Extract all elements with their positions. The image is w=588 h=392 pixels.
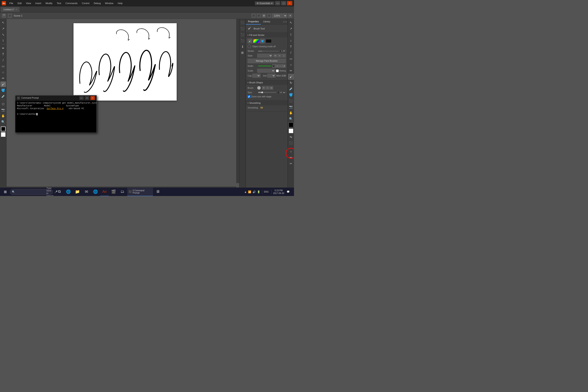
brush-tool[interactable]: 🖌 <box>0 82 6 87</box>
taskbar-app-chrome[interactable]: 🌐 <box>64 188 73 196</box>
menu-file[interactable]: File <box>8 1 15 5</box>
scale-select[interactable] <box>257 69 275 73</box>
stroke-slider[interactable] <box>258 51 279 52</box>
style-select[interactable] <box>257 54 272 58</box>
zoom-dropdown-icon[interactable]: ▾ <box>288 14 292 18</box>
far-right-stroke-color[interactable] <box>289 122 293 127</box>
grid-icon[interactable]: ⊞ <box>262 14 266 18</box>
notification-button[interactable]: 💬 <box>285 189 292 195</box>
close-button[interactable]: × <box>287 1 292 5</box>
tools-strip-btn2[interactable]: ⬛ <box>240 26 245 32</box>
scene-film-icon[interactable]: 🎬 <box>2 14 6 18</box>
tools-strip-btn4[interactable]: ⬛ <box>240 38 245 44</box>
far-right-brush[interactable]: 🖌 <box>288 74 294 80</box>
brush-edit-btn[interactable]: ✏ <box>270 86 273 90</box>
panel-menu-icon[interactable]: ≡ <box>286 21 287 23</box>
settings2-icon[interactable]: ⬛ <box>267 14 271 18</box>
width-reset-btn[interactable]: ↺ <box>282 64 286 68</box>
manage-paint-brushes-btn[interactable]: Manage Paint Brushes <box>248 59 286 63</box>
cap-select[interactable] <box>252 74 260 78</box>
taskbar-app-cmd[interactable]: ⬛ 0 Command Prompt <box>127 188 153 196</box>
zoom-tool[interactable]: 🔍 <box>0 119 6 125</box>
brush-add-btn[interactable]: + <box>262 86 266 90</box>
far-right-btn4[interactable]: ↕ <box>288 38 294 44</box>
zoom-select[interactable]: 125% 100% 75% 50% <box>272 14 287 18</box>
brush-minus-btn[interactable]: − <box>266 86 269 90</box>
maximize-button[interactable]: □ <box>281 1 286 5</box>
eraser-tool[interactable]: ◻ <box>0 101 6 106</box>
join-select[interactable] <box>267 74 276 78</box>
far-right-btn15[interactable]: 📷 <box>288 104 294 110</box>
tab-properties[interactable]: Properties <box>246 19 261 24</box>
subselect-tool[interactable]: ↗ <box>0 26 6 32</box>
cmd-minimize-button[interactable]: — <box>79 96 84 100</box>
far-right-btn12[interactable]: 💉 <box>288 86 294 92</box>
far-right-fill-color[interactable] <box>289 128 293 133</box>
far-right-btn3[interactable]: ⌇ <box>288 32 294 38</box>
taskbar-app-edge[interactable]: 🌐 <box>91 188 100 196</box>
far-right-btn14[interactable]: ⬛ <box>288 98 294 104</box>
taskbar-volume-icon[interactable]: 🔊 <box>252 190 256 194</box>
taskbar-app-extra1[interactable]: 🎬 <box>109 188 118 196</box>
fill-bucket-btn[interactable]: 🪣 <box>260 39 265 44</box>
stroke-color[interactable] <box>1 126 6 131</box>
far-right-btn2[interactable]: ↗ <box>288 26 294 32</box>
minimize-button[interactable]: — <box>275 1 280 5</box>
menu-help[interactable]: Help <box>116 1 124 5</box>
lasso-tool[interactable]: ⌇ <box>0 38 6 44</box>
menu-edit[interactable]: Edit <box>16 1 24 5</box>
menu-window[interactable]: Window <box>103 1 115 5</box>
tools-strip-btn5[interactable]: ℹ <box>240 44 245 50</box>
width-slider[interactable] <box>258 66 271 66</box>
tools-strip-btn1[interactable]: ⬛ <box>240 20 245 25</box>
annotated-btn1[interactable]: ○ <box>288 149 294 154</box>
style-edit-btn[interactable]: ✏ <box>273 54 277 58</box>
start-button[interactable]: ⊞ <box>1 188 10 196</box>
width-add-btn[interactable]: + <box>276 64 279 68</box>
taskbar-app-mail[interactable]: ✉ <box>82 188 91 196</box>
scroll-right[interactable] <box>236 19 239 183</box>
size-slider[interactable] <box>258 92 276 93</box>
frame-icon[interactable]: ⬛ <box>256 14 261 18</box>
fill-color-swatch[interactable] <box>266 39 272 43</box>
cmd-close-button[interactable]: × <box>90 96 95 100</box>
hinting-check[interactable] <box>276 70 279 72</box>
canvas[interactable] <box>74 23 177 100</box>
width-dropdown[interactable] <box>272 64 276 68</box>
size-value[interactable]: 14 <box>277 91 282 94</box>
scene-icon[interactable]: ⬛ <box>8 14 12 18</box>
taskbar-app-explorer[interactable]: 📁 <box>73 188 82 196</box>
camera-tool[interactable]: 📷 <box>0 107 6 112</box>
far-right-btn17[interactable]: 🔍 <box>288 116 294 122</box>
menu-debug[interactable]: Debug <box>92 1 102 5</box>
far-right-btn9[interactable]: ✏ <box>288 68 294 74</box>
hinting-checkbox[interactable]: Hinting <box>276 70 286 72</box>
taskbar-app-desktop[interactable]: 🖥 <box>154 188 162 196</box>
far-right-btn-swap[interactable]: ⇆ <box>288 134 294 140</box>
stroke-value[interactable]: 1.00 <box>280 50 286 53</box>
menu-control[interactable]: Control <box>80 1 91 5</box>
taskbar-up-arrow[interactable]: ▲ <box>244 190 247 194</box>
select-tool[interactable]: ↖ <box>0 20 6 25</box>
timeline-icon[interactable]: ⬛ <box>252 14 256 18</box>
width-minus-btn[interactable]: − <box>279 64 282 68</box>
far-right-btn11[interactable]: ↻ <box>288 80 294 86</box>
tools-strip-btn3[interactable]: ⬛ <box>240 32 245 38</box>
essentials-button[interactable]: ⚙ Essentials ▾ <box>255 2 274 5</box>
taskbar-app-taskview[interactable]: ⧉ <box>55 188 64 196</box>
taskbar-language[interactable]: ENG <box>264 191 269 193</box>
menu-commands[interactable]: Commands <box>64 1 79 5</box>
annotated-btn2[interactable]: ✏ <box>288 155 294 160</box>
brush-shape-title[interactable]: ▾ Brush Shape <box>246 80 288 85</box>
menu-view[interactable]: View <box>24 1 33 5</box>
tab-library[interactable]: Library <box>261 19 272 24</box>
pen-tool[interactable]: ✒ <box>0 45 6 51</box>
search-bar[interactable]: 🔍 Type here to search 🎤 <box>10 189 53 195</box>
far-right-btn1[interactable]: ↖ <box>288 20 294 25</box>
eyedropper-tool[interactable]: 💉 <box>0 94 6 99</box>
tab-untitled[interactable]: Untitled-1* × <box>1 7 20 12</box>
text-tool[interactable]: T <box>0 51 6 57</box>
line-tool[interactable]: / <box>0 58 6 63</box>
menu-text[interactable]: Text <box>55 1 63 5</box>
menu-insert[interactable]: Insert <box>34 1 43 5</box>
